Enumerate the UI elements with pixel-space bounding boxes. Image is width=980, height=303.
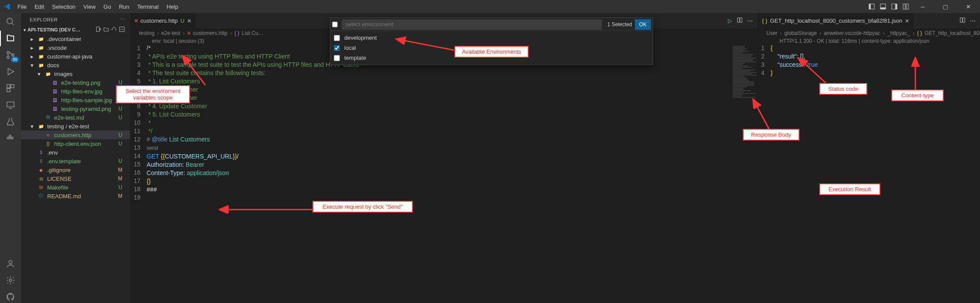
breadcrumbs-right[interactable]: User› globalStorage› anweber.vscode-http… [758, 28, 980, 38]
explorer-more-icon[interactable]: ⋯ [120, 17, 125, 22]
new-file-icon[interactable] [95, 26, 101, 33]
activity-account[interactable] [4, 258, 17, 270]
crumb[interactable]: e2e-test [161, 30, 180, 36]
tab-close-icon[interactable]: ✕ [187, 18, 191, 24]
svg-rect-22 [9, 135, 11, 137]
code-editor-left[interactable]: 12345678910111213141516171819 /* * APIs … [130, 44, 757, 303]
tree-item[interactable]: ▸📁.devcontainer [21, 34, 130, 43]
layout-icon-1[interactable] [867, 2, 876, 11]
tree-item[interactable]: ≡customers.httpU [21, 131, 130, 139]
more-icon[interactable]: ⋯ [970, 17, 976, 24]
menu-selection[interactable]: Selection [48, 2, 79, 12]
svg-point-8 [7, 18, 13, 24]
ok-button[interactable]: OK [635, 19, 651, 30]
menu-go[interactable]: Go [100, 2, 114, 12]
selected-count: 1 Selected [605, 21, 635, 28]
menu-edit[interactable]: Edit [31, 2, 48, 12]
file-tree[interactable]: ▸📁.devcontainer▸📁.vscode▸📁customer-api-j… [21, 34, 130, 303]
activity-search[interactable] [4, 16, 17, 28]
svg-rect-3 [880, 7, 886, 9]
menu-terminal[interactable]: Terminal [134, 2, 162, 12]
select-all-checkbox[interactable] [332, 19, 338, 30]
activity-github[interactable] [4, 291, 17, 303]
menu-run[interactable]: Run [115, 2, 133, 12]
crumb[interactable]: testing [139, 30, 154, 36]
split-icon[interactable] [959, 17, 966, 24]
crumb[interactable]: List Cu… [242, 30, 263, 36]
new-folder-icon[interactable] [103, 26, 109, 33]
layout-icon-2[interactable] [879, 2, 887, 11]
refresh-icon[interactable] [111, 26, 117, 33]
activity-scm[interactable]: 30 [4, 49, 17, 61]
activity-extensions[interactable] [4, 82, 17, 94]
crumb[interactable]: User [766, 30, 777, 36]
tree-item[interactable]: 🖼http-files-env.jpgU [21, 87, 130, 96]
tree-item[interactable]: MMakefileU [21, 183, 130, 192]
tree-item[interactable]: 🖼testing-pyramid.pngU [21, 104, 130, 113]
status-codelens: HTTP/1.1 200 - OK | total: 116ms | conte… [758, 38, 980, 44]
tree-item[interactable]: ▸📁.vscode [21, 43, 130, 52]
img-icon: 🖼 [52, 96, 59, 103]
env-option[interactable]: development [330, 33, 653, 43]
window-maximize-button[interactable]: ▢ [935, 0, 956, 13]
chevron-down-icon[interactable]: ▾ [24, 28, 26, 32]
tree-item[interactable]: Ⓜe2e-test.mdU [21, 113, 130, 122]
crumb[interactable]: customers.http [193, 30, 228, 36]
tree-item[interactable]: ⓘREADME.mdM [21, 192, 130, 200]
env-checkbox[interactable] [334, 45, 340, 51]
tab-response-json[interactable]: { } GET_http_localhost_8000_customers_bf… [758, 13, 914, 28]
tree-item[interactable]: ⚖LICENSEM [21, 174, 130, 183]
collapse-icon[interactable] [119, 26, 125, 33]
minimap[interactable] [731, 44, 757, 303]
menu-view[interactable]: View [80, 2, 99, 12]
tree-item[interactable]: ▾📁testing / e2e-test [21, 122, 130, 131]
tab-label: GET_http_localhost_8000_customers_bfa82f… [770, 17, 902, 24]
layout-icon-4[interactable] [901, 2, 910, 11]
tree-item[interactable]: ◆.gitignoreM [21, 165, 130, 174]
menu-bar: File Edit Selection View Go Run Terminal… [14, 2, 182, 12]
svg-line-45 [754, 100, 769, 129]
more-icon[interactable]: ⋯ [747, 17, 753, 24]
activity-settings[interactable] [4, 274, 17, 286]
tree-item[interactable]: $.env [21, 148, 130, 157]
activity-docker[interactable] [4, 132, 17, 144]
folder-icon: 📁 [38, 62, 45, 69]
svg-rect-32 [960, 18, 962, 23]
environment-search-input[interactable] [342, 19, 602, 30]
code-editor-right[interactable]: 1234 { "result": [], "success": true} [758, 44, 980, 303]
menu-file[interactable]: File [14, 2, 30, 12]
activity-explorer[interactable] [4, 32, 17, 45]
tree-item[interactable]: 🖼e2e-testing.pngU [21, 78, 130, 87]
tree-item[interactable]: ▾📁images [21, 69, 130, 78]
tree-item[interactable]: 🖼http-files-sample.jpgU [21, 96, 130, 104]
tree-item[interactable]: ▾📁docs [21, 61, 130, 69]
crumb[interactable]: GET_http_localhost_8000_cus… [925, 30, 980, 36]
env-checkbox[interactable] [334, 55, 340, 61]
window-close-button[interactable]: ✕ [958, 0, 978, 13]
http-icon: ≡ [45, 131, 52, 138]
env-checkbox[interactable] [334, 35, 340, 41]
activity-test[interactable] [4, 115, 17, 127]
crumb[interactable]: globalStorage [784, 30, 817, 36]
callout-body: Response Body [751, 131, 791, 138]
crumb[interactable]: _httpyac_ [887, 30, 910, 36]
tree-item[interactable]: $.env.templateU [21, 157, 130, 165]
activity-remote[interactable] [4, 99, 17, 111]
layout-icon-3[interactable] [890, 2, 899, 11]
tree-item[interactable]: ▸📁customer-api-java [21, 52, 130, 61]
menu-help[interactable]: Help [163, 2, 182, 12]
play-icon[interactable]: ▷ [728, 17, 732, 24]
tab-label: customers.http [141, 17, 178, 24]
crumb[interactable]: anweber.vscode-httpyac [824, 30, 880, 36]
svg-rect-1 [869, 4, 871, 9]
svg-line-41 [800, 59, 826, 83]
svg-rect-25 [97, 27, 100, 32]
activity-run[interactable] [4, 65, 17, 78]
svg-rect-19 [7, 137, 9, 139]
tree-item[interactable]: {}http-client.env.jsonU [21, 139, 130, 148]
tab-customers-http[interactable]: ≡ customers.http U ✕ [130, 13, 196, 28]
split-icon[interactable] [737, 17, 743, 24]
tab-close-icon[interactable]: ✕ [905, 18, 909, 24]
folder-icon: 📁 [45, 70, 52, 77]
window-minimize-button[interactable]: ─ [913, 0, 933, 13]
